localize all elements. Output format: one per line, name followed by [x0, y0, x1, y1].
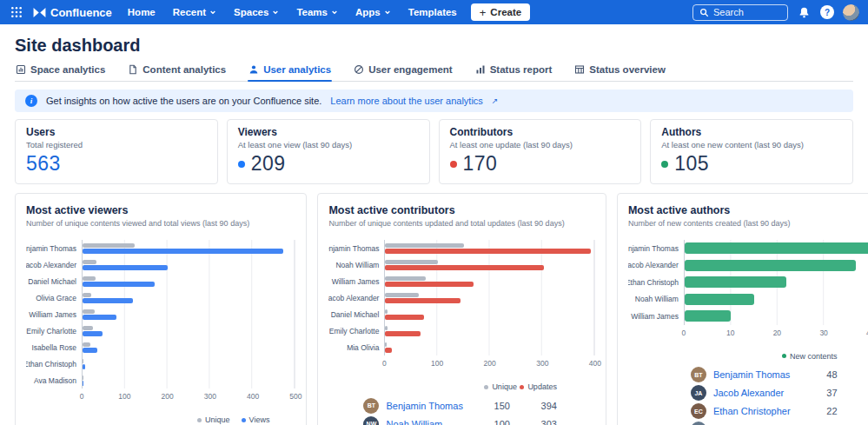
- table-value: 48: [798, 369, 838, 380]
- legend-item-unique: Unique: [477, 382, 517, 391]
- bar-updates-noah-william: [385, 265, 543, 270]
- bar-new-contents-noah-william: [685, 294, 754, 305]
- bar-unique-olivia-grace: [83, 293, 91, 297]
- stat-title: Users: [26, 126, 207, 138]
- axis-tick-label: 300: [204, 392, 216, 401]
- stat-value-row: 170: [450, 152, 631, 176]
- table-row: JAJacob Alexander37: [691, 384, 838, 402]
- legend-label: Updates: [527, 382, 557, 391]
- search-input[interactable]: Search: [692, 4, 788, 21]
- avatar: BT: [691, 367, 706, 382]
- chart-panels-row: Most active viewersNumber of unique cont…: [15, 193, 853, 425]
- chevron-down-icon: [272, 9, 279, 16]
- nav-item-label: Templates: [408, 7, 457, 17]
- engagement-icon: [354, 64, 364, 75]
- confluence-home-link[interactable]: Confluence: [33, 6, 112, 19]
- axis-tick-label: 0: [80, 392, 84, 401]
- user-name-link[interactable]: Benjamin Thomas: [713, 369, 791, 380]
- learn-more-link[interactable]: Learn more about the user analytics: [330, 96, 483, 106]
- chart-bar-row: [385, 256, 593, 273]
- chart-bar-row: [385, 306, 593, 322]
- help-icon[interactable]: ?: [820, 5, 834, 19]
- bar-updates-emily-charlotte: [385, 331, 421, 336]
- status-dot: [661, 161, 668, 168]
- nav-item-spaces[interactable]: Spaces: [234, 7, 279, 17]
- bar-unique-william-james: [83, 309, 95, 314]
- user-avatar[interactable]: [843, 4, 859, 21]
- axis-tick-label: 400: [589, 359, 601, 368]
- create-button[interactable]: + Create: [471, 3, 530, 21]
- nav-item-home[interactable]: Home: [128, 7, 156, 17]
- chevron-down-icon: [331, 9, 338, 16]
- tab-content-analytics[interactable]: Content analytics: [127, 64, 227, 81]
- bar-views-ethan-christoph: [83, 364, 85, 369]
- banner-text: Get insights on how active the users are…: [46, 96, 321, 106]
- chart-bar-row: [83, 306, 295, 322]
- avatar: JA: [691, 385, 706, 401]
- bar-chart: Benjamin ThomasJacob AlexanderEthan Chri…: [628, 240, 868, 325]
- chart-bar-row: [83, 339, 295, 355]
- chart-bar-row: [83, 372, 295, 388]
- chart-category-label: Noah William: [628, 291, 684, 309]
- legend-item-views: Views: [229, 415, 269, 424]
- stat-number: 170: [463, 152, 498, 176]
- stat-value-row: 105: [661, 152, 842, 176]
- document-icon: [128, 64, 138, 75]
- user-name-link[interactable]: Noah William: [386, 419, 462, 425]
- page-content: Site dashboard Space analyticsContent an…: [0, 36, 868, 425]
- chart-category-label: Jacob Alexander: [328, 289, 384, 306]
- nav-item-templates[interactable]: Templates: [408, 7, 457, 17]
- legend-item-updates: Updates: [517, 382, 557, 391]
- bar-updates-daniel-michael: [385, 315, 423, 320]
- bar-new-contents-william-james: [685, 310, 731, 322]
- axis-tick-label: 100: [431, 359, 443, 368]
- barchart-icon: [475, 64, 486, 75]
- legend-label: Unique: [205, 415, 230, 424]
- legend-dot: [197, 418, 202, 422]
- table-row: BTBenjamin Thomas48: [691, 366, 838, 384]
- nav-item-apps[interactable]: Apps: [355, 7, 391, 17]
- avatar: NW: [691, 422, 706, 425]
- legend-item-unique: Unique: [189, 415, 229, 424]
- stat-subtitle: Total registered: [26, 140, 207, 149]
- chart-category-label: Emily Charlotte: [328, 322, 384, 339]
- user-name-link[interactable]: Jacob Alexander: [713, 388, 791, 398]
- panel-most-active-authors: Most active authorsNumber of new content…: [617, 193, 868, 425]
- table-value: 37: [798, 388, 838, 398]
- nav-item-teams[interactable]: Teams: [296, 7, 338, 17]
- status-dot: [238, 161, 245, 168]
- tab-label: User engagement: [368, 64, 453, 75]
- nav-menu: HomeRecentSpacesTeamsAppsTemplates: [128, 7, 457, 17]
- bar-unique-william-james: [385, 276, 426, 281]
- tab-status-overview[interactable]: Status overview: [573, 64, 666, 81]
- axis-tick-label: 0: [382, 359, 387, 368]
- user-name-link[interactable]: Ethan Christopher: [713, 406, 791, 416]
- chart-category-label: Mia Olivia: [328, 339, 384, 355]
- notifications-bell-icon[interactable]: [797, 5, 812, 20]
- chart-plot-area: [82, 240, 295, 388]
- tab-status-report[interactable]: Status report: [474, 64, 553, 81]
- bar-chart: Benjamin ThomasNoah WilliamWilliam James…: [328, 240, 594, 355]
- chart-bar-row: [685, 308, 868, 325]
- chart-bar-row: [385, 289, 593, 306]
- legend-dot: [520, 385, 524, 389]
- analytics-tabs: Space analyticsContent analyticsUser ana…: [15, 64, 853, 82]
- nav-item-recent[interactable]: Recent: [173, 7, 216, 17]
- chart-bar-row: [83, 289, 295, 306]
- bar-views-benjamin-thomas: [83, 249, 283, 254]
- chart-category-label: William James: [26, 306, 82, 322]
- app-switcher-icon[interactable]: [9, 4, 24, 20]
- stat-cards-row: UsersTotal registered563ViewersAt least …: [15, 119, 853, 184]
- stat-subtitle: At least one view (last 90 days): [238, 140, 419, 149]
- tab-space-analytics[interactable]: Space analytics: [15, 64, 106, 81]
- bar-views-daniel-michael: [83, 282, 155, 287]
- chart-category-label: Ava Madison: [26, 372, 82, 388]
- chart-category-labels: Benjamin ThomasJacob AlexanderEthan Chri…: [628, 240, 684, 325]
- bar-new-contents-jacob-alexander: [685, 260, 856, 271]
- axis-tick-label: 300: [536, 359, 548, 368]
- stat-value-row: 209: [238, 152, 419, 176]
- chart-bar-row: [83, 240, 295, 256]
- user-name-link[interactable]: Benjamin Thomas: [386, 401, 462, 411]
- tab-user-engagement[interactable]: User engagement: [353, 64, 454, 81]
- tab-user-analytics[interactable]: User analytics: [248, 64, 332, 81]
